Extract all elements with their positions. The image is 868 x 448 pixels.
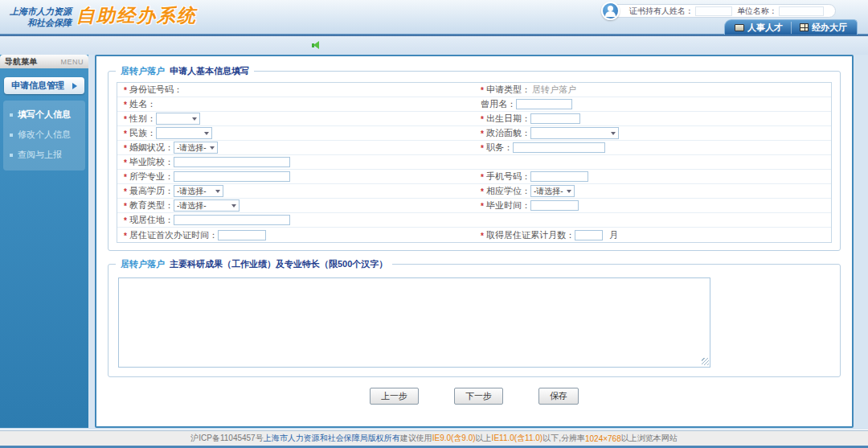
required-asterisk: *	[481, 232, 484, 240]
sidebar-item[interactable]: 填写个人信息	[3, 105, 85, 125]
graduation-time-input[interactable]	[530, 200, 579, 211]
required-asterisk: *	[124, 158, 127, 167]
form-field: *现居住地：	[117, 213, 474, 227]
required-asterisk: *	[481, 173, 484, 182]
tab-service-hall[interactable]: 经办大厅	[791, 22, 847, 34]
form-row: *最高学历：-请选择-*相应学位：-请选择-	[117, 184, 831, 199]
highest-education-select[interactable]: -请选择-	[174, 185, 223, 197]
achievements-textarea-wrap	[118, 277, 710, 368]
achievements-fieldset: 居转户落户 主要科研成果（工作业绩）及专业特长（限500个汉字）	[108, 264, 841, 377]
job-position-input[interactable]	[513, 142, 605, 153]
legend-prefix: 居转户落户	[121, 258, 165, 270]
chevron-down-icon	[204, 132, 209, 135]
tab-personnel[interactable]: 人事人才	[735, 22, 783, 34]
permit-months-label: 取得居住证累计月数：	[486, 229, 575, 241]
sidebar-item[interactable]: 修改个人信息	[3, 125, 85, 145]
legend-text: 主要科研成果（工作业绩）及专业特长（限500个汉字）	[170, 258, 387, 270]
education-type-select[interactable]: -请选择-	[174, 199, 240, 212]
first-permit-time-label: 居住证首次办证时间：	[129, 229, 218, 241]
cert-holder-name-field[interactable]	[695, 6, 732, 16]
form-field: *教育类型：-请选择-	[117, 199, 474, 212]
required-asterisk: *	[124, 144, 127, 153]
form-row: *身份证号码：*申请类型：居转户落户	[117, 83, 831, 97]
main-panel: 居转户落户 申请人基本信息填写 *身份证号码：*申请类型：居转户落户*姓名：曾用…	[95, 55, 854, 428]
permit-months-input[interactable]	[575, 230, 603, 240]
required-asterisk: *	[124, 101, 127, 109]
form-field: 曾用名：	[474, 97, 831, 111]
graduate-school-label: 毕业院校：	[129, 156, 174, 168]
sidebar-item-label: 填写个人信息	[18, 109, 71, 121]
sidebar-item-label: 修改个人信息	[18, 129, 71, 141]
birth-date-input[interactable]	[530, 113, 580, 124]
form-field: *性别：	[117, 112, 474, 125]
tab-label: 人事人才	[747, 22, 783, 34]
form-field: *政治面貌：	[474, 126, 831, 140]
sidebar-group-label: 申请信息管理	[11, 80, 64, 92]
form-field: *所学专业：	[117, 170, 474, 183]
marital-status-select[interactable]: -请选择-	[174, 142, 218, 154]
required-asterisk: *	[481, 202, 484, 211]
bullet-icon	[10, 134, 13, 137]
logo-line2: 和社会保障	[10, 17, 72, 28]
ethnicity-select[interactable]	[156, 127, 212, 139]
footer-text: 以下,分辨率	[542, 433, 585, 444]
next-step-button[interactable]: 下一步	[454, 388, 503, 405]
form-row: *所学专业：*手机号码：	[117, 170, 831, 184]
legend-text: 申请人基本信息填写	[170, 65, 249, 77]
degree-select[interactable]: -请选择-	[530, 185, 575, 197]
form-field: *毕业时间：	[474, 199, 831, 212]
mobile-number-input[interactable]	[530, 171, 588, 182]
form-field: *居住证首次办证时间：	[117, 228, 474, 242]
required-asterisk: *	[124, 173, 127, 182]
cert-holder-label: 证书持有人姓名：	[629, 6, 694, 17]
required-asterisk: *	[481, 86, 484, 95]
achievements-legend: 居转户落户 主要科研成果（工作业绩）及专业特长（限500个汉字）	[116, 258, 392, 270]
chevron-down-icon	[231, 204, 236, 208]
announcement-bar	[0, 36, 868, 55]
first-permit-time-input[interactable]	[218, 230, 266, 240]
form-field: *出生日期：	[474, 112, 831, 125]
footer-text: 以上	[476, 433, 492, 444]
unit-name-label: 单位名称：	[737, 6, 777, 17]
gender-label: 性别：	[129, 113, 156, 125]
gender-select[interactable]	[156, 113, 200, 125]
form-buttons: 上一步下一步保存	[108, 388, 841, 405]
basic-info-legend: 居转户落户 申请人基本信息填写	[116, 65, 254, 77]
job-position-label: 职务：	[486, 142, 513, 154]
degree-label: 相应学位：	[486, 185, 530, 197]
major-input[interactable]	[174, 171, 290, 182]
sidebar-title: 导航菜单	[5, 56, 37, 68]
political-status-select[interactable]	[530, 127, 619, 139]
speaker-icon[interactable]	[312, 41, 321, 49]
save-button[interactable]: 保存	[538, 388, 579, 405]
form-rows: *身份证号码：*申请类型：居转户落户*姓名：曾用名：*性别：*出生日期：*民族：…	[117, 82, 832, 243]
sidebar-menu-label: MENU	[61, 58, 84, 66]
sidebar-submenu: 填写个人信息修改个人信息查阅与上报	[3, 101, 85, 171]
current-residence-input[interactable]	[174, 215, 290, 225]
political-status-label: 政治面貌：	[486, 127, 530, 139]
form-cell-empty	[474, 155, 831, 169]
former-name-input[interactable]	[516, 99, 572, 109]
graduate-school-input[interactable]	[174, 157, 290, 167]
sidebar-item[interactable]: 查阅与上报	[3, 145, 85, 165]
unit-name-field[interactable]	[779, 6, 824, 16]
footer-link[interactable]: 上海市人力资源和社会保障局版权所有	[264, 433, 400, 444]
required-asterisk: *	[124, 232, 127, 240]
form-field: *取得居住证累计月数：月	[474, 228, 831, 242]
sidebar-header: 导航菜单 MENU	[0, 55, 88, 68]
sidebar-group-apply-info[interactable]: 申请信息管理	[4, 77, 84, 94]
education-type-label: 教育类型：	[129, 199, 174, 212]
form-field: *最高学历：-请选择-	[117, 184, 474, 198]
monitor-icon	[735, 24, 744, 31]
required-asterisk: *	[124, 187, 127, 196]
permit-months-suffix: 月	[609, 229, 618, 241]
chevron-right-icon	[72, 83, 77, 89]
ethnicity-label: 民族：	[129, 127, 156, 139]
footer-text: 建议使用	[400, 433, 432, 444]
prev-step-button[interactable]: 上一步	[370, 388, 419, 405]
app-title: 自助经办系统	[76, 3, 197, 28]
mobile-number-label: 手机号码：	[486, 171, 530, 183]
form-field: *婚姻状况：-请选择-	[117, 141, 474, 154]
footer-text: 沪ICP备11045457号	[190, 433, 263, 444]
achievements-textarea[interactable]	[118, 277, 710, 368]
